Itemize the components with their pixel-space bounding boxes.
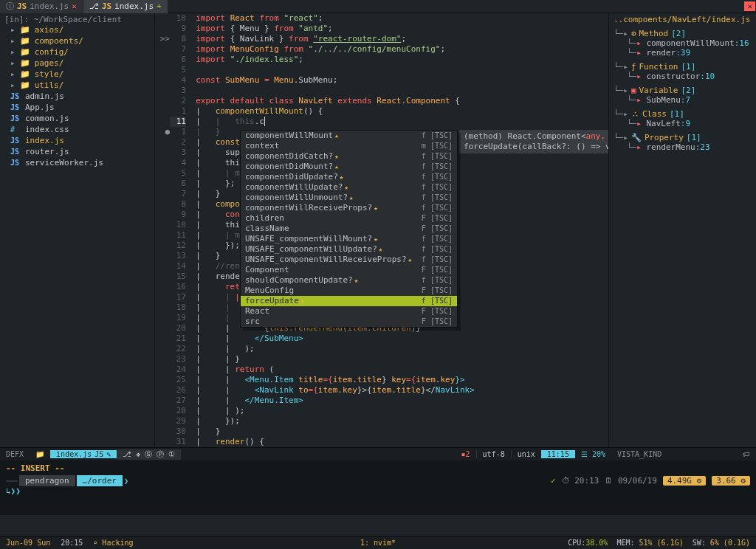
terminal[interactable]: pendragon …/order ❯ ✓ ⏱ 20:13 🗓 09/06/19… [0, 474, 756, 515]
code-editor[interactable]: 10 import React from "react"; 9 import {… [155, 13, 608, 447]
swap-meter: SW: 6% (0.1G) [693, 539, 750, 547]
prompt-user: pendragon [19, 475, 75, 486]
prompt-continuation[interactable]: ↳❯❯ [6, 486, 750, 496]
close-icon[interactable]: ✕ [72, 1, 77, 11]
js-file-icon: JS [10, 114, 21, 122]
status-ok-icon: ✓ [551, 476, 556, 486]
autocomplete-item[interactable]: shouldComponentUpdate?f [TSC] [241, 275, 457, 286]
filetype-badge: JS [17, 1, 27, 11]
vcs-icon: ⎇ [89, 1, 99, 11]
status-diagnostics[interactable]: ▪2 [456, 450, 476, 458]
tree-file[interactable]: JScommon.js [4, 113, 150, 124]
folder-icon: 📁 [20, 25, 30, 35]
folder-icon: 📁 [20, 36, 30, 46]
status-encoding: utf-8 [476, 450, 511, 458]
outline-item[interactable]: └─▸ SubMenu:7 [614, 95, 752, 105]
outline-item[interactable]: └─▸ constructor:10 [614, 72, 752, 81]
autocomplete-item[interactable]: ComponentF [TSC] [241, 265, 457, 275]
folder-icon: 📁 [30, 450, 50, 458]
folder-icon: 📁 [20, 58, 30, 68]
outline-kind-icon: 🔧 [631, 133, 642, 142]
cpu-meter: CPU:38.0% [568, 539, 608, 547]
modified-icon: + [157, 1, 162, 11]
status-filename: index.js JS ✎ [50, 450, 117, 458]
outline-kind-icon: ƒ [631, 62, 636, 72]
tree-file[interactable]: JSrouter.js [4, 146, 150, 157]
autocomplete-item[interactable]: componentWillUpdate?f [TSC] [241, 182, 457, 193]
css-file-icon: # [10, 125, 21, 134]
autocomplete-item[interactable]: ReactF [TSC] [241, 306, 457, 317]
folder-icon: 📁 [20, 69, 30, 79]
outline-kind-icon: ▣ [631, 86, 636, 95]
tree-folder[interactable]: ▸📁utils/ [4, 80, 150, 91]
js-file-icon: JS [10, 148, 21, 156]
file-explorer[interactable]: [in]: ~/WorkSpace/client ▸📁axios/▸📁compo… [0, 13, 155, 447]
tree-root-path: [in]: ~/WorkSpace/client [4, 15, 150, 24]
tree-folder[interactable]: ▸📁compoents/ [4, 35, 150, 46]
tab-left[interactable]: ⓘ JS index.js ✕ [0, 0, 83, 13]
tmux-time: 20:15 [61, 539, 83, 547]
apple-icon [6, 480, 18, 482]
autocomplete-item[interactable]: componentWillMountf [TSC] [241, 131, 457, 141]
outline-group-header[interactable]: └─▸ ⚙ Method [2] [614, 29, 752, 38]
status-git-icons: ⎇ ❖ Ⓢ Ⓟ ① [117, 449, 181, 460]
outline-item[interactable]: └─▸ renderMenu:23 [614, 142, 752, 152]
status-vista: VISTA_KIND [611, 450, 737, 458]
autocomplete-item[interactable]: forceUpdatef [TSC] [241, 296, 457, 306]
outline-item[interactable]: └─▸ render:39 [614, 48, 752, 58]
tmux-statusbar: Jun-09 Sun 20:15 ⌕ Hacking 1: nvim* CPU:… [0, 536, 756, 549]
js-file-icon: JS [10, 159, 21, 167]
tree-file[interactable]: #index.css [4, 124, 150, 135]
outline-kind-icon: ⛬ [631, 109, 639, 119]
autocomplete-item[interactable]: componentDidCatch?f [TSC] [241, 151, 457, 162]
status-position: 11:15 [541, 450, 575, 458]
folder-icon: 📁 [20, 80, 30, 90]
autocomplete-item[interactable]: contextm [TSC] [241, 141, 457, 151]
status-percent: ☰ 20% [575, 450, 611, 458]
sys-stat-2: 3.66 ⚙ [712, 476, 750, 486]
outline-group-header[interactable]: └─▸ 🔧 Property [1] [614, 133, 752, 142]
tree-file[interactable]: JSserviceWorker.js [4, 157, 150, 168]
info-icon: ⓘ [6, 1, 14, 12]
outline-item[interactable]: └─▸ NavLeft:9 [614, 119, 752, 128]
signature-help: (method) React.Component<any, any, any>.… [459, 130, 608, 153]
autocomplete-item[interactable]: componentDidMount?f [TSC] [241, 162, 457, 172]
js-file-icon: JS [10, 92, 21, 100]
js-file-icon: JS [10, 137, 21, 145]
tree-folder[interactable]: ▸📁pages/ [4, 58, 150, 69]
autocomplete-item[interactable]: componentWillUnmount?f [TSC] [241, 193, 457, 203]
tree-folder[interactable]: ▸📁config/ [4, 46, 150, 58]
autocomplete-item[interactable]: UNSAFE_componentWillUpdate?f [TSC] [241, 244, 457, 255]
status-mode: DEFX [0, 450, 30, 458]
mem-meter: MEM: 51% (6.1G) [616, 539, 683, 547]
filetype-badge: JS [102, 1, 111, 11]
outline-panel[interactable]: ..compoents/NavLeft/index.js └─▸ ⚙ Metho… [608, 13, 756, 447]
autocomplete-item[interactable]: componentWillReceiveProps?f [TSC] [241, 203, 457, 213]
outline-item[interactable]: └─▸ componentWillMount:16 [614, 38, 752, 48]
outline-kind-icon: ⚙ [631, 29, 636, 38]
tree-file[interactable]: JSApp.js [4, 102, 150, 113]
outline-title: ..compoents/NavLeft/index.js [614, 15, 752, 24]
autocomplete-item[interactable]: classNameF [TSC] [241, 224, 457, 234]
autocomplete-item[interactable]: UNSAFE_componentWillReceiveProps?f [TSC] [241, 255, 457, 265]
tag-icon: 🏷 [737, 450, 756, 458]
tree-file[interactable]: JSadmin.js [4, 91, 150, 102]
outline-group-header[interactable]: └─▸ ⛬ Class [1] [614, 109, 752, 119]
tab-label: index.js [30, 1, 69, 11]
outline-group-header[interactable]: └─▸ ▣ Variable [2] [614, 86, 752, 95]
autocomplete-item[interactable]: childrenF [TSC] [241, 213, 457, 224]
autocomplete-popup[interactable]: componentWillMountf [TSC]contextm [TSC]c… [240, 130, 458, 328]
panel-close-icon[interactable]: ✕ [744, 1, 756, 11]
tree-folder[interactable]: ▸📁style/ [4, 69, 150, 80]
clock-icon: ⏱ 20:13 [562, 476, 599, 486]
folder-icon: 📁 [20, 47, 30, 57]
tab-active[interactable]: ⎇ JS index.js + [83, 0, 168, 13]
autocomplete-item[interactable]: UNSAFE_componentWillMount?f [TSC] [241, 234, 457, 244]
tmux-window[interactable]: 1: nvim* [360, 539, 396, 547]
tree-file[interactable]: JSindex.js [4, 135, 150, 146]
outline-group-header[interactable]: └─▸ ƒ Function [1] [614, 62, 752, 72]
autocomplete-item[interactable]: componentDidUpdate?f [TSC] [241, 172, 457, 182]
autocomplete-item[interactable]: srcF [TSC] [241, 317, 457, 327]
tree-folder[interactable]: ▸📁axios/ [4, 24, 150, 35]
autocomplete-item[interactable]: MenuConfigF [TSC] [241, 286, 457, 296]
